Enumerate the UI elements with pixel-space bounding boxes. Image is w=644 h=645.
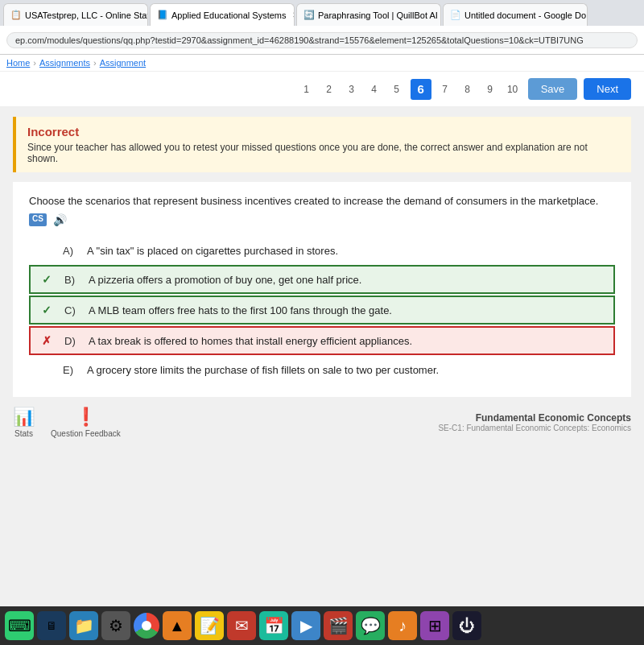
page-10[interactable]: 10 <box>504 81 522 98</box>
page-8[interactable]: 8 <box>459 81 477 98</box>
answer-row-d[interactable]: ✗ D) A tax break is offered to homes tha… <box>29 326 615 355</box>
taskbar-calendar[interactable]: 📅 <box>259 611 288 640</box>
answer-text-d: A tax break is offered to homes that ins… <box>89 335 605 347</box>
taskbar-apps[interactable]: ⊞ <box>420 611 449 640</box>
tab-label: Paraphrasing Tool | QuillBot AI <box>318 10 438 20</box>
answer-text-c: A MLB team offers free hats to the first… <box>89 304 605 316</box>
answer-text-b: A pizzeria offers a promotion of buy one… <box>89 274 605 286</box>
answer-letter-a: A) <box>63 245 77 257</box>
footer-right: Fundamental Economic Concepts SE-C1: Fun… <box>438 412 631 432</box>
breadcrumb-assignment[interactable]: Assignment <box>100 58 146 68</box>
tab-icon: 🔄 <box>303 10 315 20</box>
taskbar-chat[interactable]: 💬 <box>356 611 385 640</box>
taskbar: ⌨ 🖥 📁 ⚙ ▲ 📝 ✉ 📅 ▶ 🎬 💬 ♪ ⊞ ⏻ <box>0 606 644 645</box>
page-4[interactable]: 4 <box>365 81 383 98</box>
taskbar-finder[interactable]: 🖥 <box>37 611 66 640</box>
sound-icon[interactable]: 🔊 <box>53 213 67 226</box>
address-bar: ep.com/modules/questions/qq.php?testid=2… <box>0 26 644 55</box>
footer-left: 📊 Stats ❗ Question Feedback <box>13 407 121 438</box>
question-icons: CS 🔊 <box>29 213 615 226</box>
tab-icon: 📘 <box>157 10 168 20</box>
tab-icon: 📄 <box>450 10 461 20</box>
page-3[interactable]: 3 <box>343 81 361 98</box>
save-button[interactable]: Save <box>528 78 578 100</box>
answer-letter-c: C) <box>64 304 79 316</box>
answer-row-e[interactable]: E) A grocery store limits the purchase o… <box>29 357 615 382</box>
stats-label: Stats <box>14 429 33 438</box>
taskbar-drive[interactable]: ▲ <box>163 611 192 640</box>
feedback-banner: Incorrect Since your teacher has allowed… <box>13 117 631 172</box>
taskbar-music[interactable]: ♪ <box>388 611 417 640</box>
browser-tabs: 📋 USATestprep, LLC - Online Stat ✕ 📘 App… <box>0 0 644 26</box>
url-input[interactable]: ep.com/modules/questions/qq.php?testid=2… <box>6 32 638 48</box>
feedback-status: Incorrect <box>27 125 620 139</box>
answer-letter-d: D) <box>64 335 79 347</box>
tab-close[interactable]: ✕ <box>292 10 295 19</box>
answer-marker-b: ✓ <box>39 273 55 286</box>
feedback-message: Since your teacher has allowed you to re… <box>27 142 620 164</box>
breadcrumb: Home › Assignments › Assignment <box>0 55 644 72</box>
footer-sub: SE-C1: Fundamental Economic Concepts: Ec… <box>438 424 631 432</box>
page-1[interactable]: 1 <box>298 81 316 98</box>
tab-google-docs[interactable]: 📄 Untitled document - Google Do ✕ <box>443 3 588 26</box>
next-button[interactable]: Next <box>584 78 631 100</box>
tab-label: Applied Educational Systems <box>171 10 286 20</box>
tab-applied-ed[interactable]: 📘 Applied Educational Systems ✕ <box>150 3 295 26</box>
tab-quillbot[interactable]: 🔄 Paraphrasing Tool | QuillBot AI ✕ <box>296 3 441 26</box>
taskbar-keyboard[interactable]: ⌨ <box>5 611 34 640</box>
question-body: Choose the scenarios that represent busi… <box>13 182 631 397</box>
taskbar-settings[interactable]: ⚙ <box>101 611 130 640</box>
footer-tools: 📊 Stats ❗ Question Feedback Fundamental … <box>13 407 631 438</box>
page-6[interactable]: 6 <box>411 79 431 100</box>
feedback-label: Question Feedback <box>51 429 121 438</box>
answer-letter-b: B) <box>64 274 79 286</box>
pagination: 1 2 3 4 5 6 7 8 9 10 <box>298 79 522 100</box>
tab-icon: 📋 <box>10 10 22 20</box>
tab-usatestprep[interactable]: 📋 USATestprep, LLC - Online Stat ✕ <box>3 3 148 26</box>
question-header: 1 2 3 4 5 6 7 8 9 10 Save Next <box>0 72 644 107</box>
answer-letter-e: E) <box>63 364 77 376</box>
answer-row-c[interactable]: ✓ C) A MLB team offers free hats to the … <box>29 296 615 325</box>
page-7[interactable]: 7 <box>436 81 454 98</box>
stats-tool[interactable]: 📊 Stats <box>13 407 35 438</box>
breadcrumb-home[interactable]: Home <box>6 58 30 68</box>
answer-marker-e <box>37 363 53 376</box>
question-prompt: Choose the scenarios that represent busi… <box>29 195 615 207</box>
answer-text-e: A grocery store limits the purchase of f… <box>87 364 607 376</box>
taskbar-chrome[interactable] <box>134 613 159 639</box>
page-9[interactable]: 9 <box>481 81 499 98</box>
feedback-icon: ❗ <box>75 407 97 428</box>
cs-icon[interactable]: CS <box>29 213 47 226</box>
taskbar-power[interactable]: ⏻ <box>452 611 481 640</box>
page-5[interactable]: 5 <box>388 81 406 98</box>
answer-text-a: A "sin tax" is placed on cigarettes purc… <box>87 245 607 257</box>
tab-label: USATestprep, LLC - Online Stat <box>25 10 148 20</box>
answer-marker-d: ✗ <box>39 334 55 347</box>
taskbar-forward[interactable]: ▶ <box>291 611 320 640</box>
answer-row-b[interactable]: ✓ B) A pizzeria offers a promotion of bu… <box>29 265 615 294</box>
tab-label: Untitled document - Google Do <box>464 10 586 20</box>
answer-list: A) A "sin tax" is placed on cigarettes p… <box>29 238 615 384</box>
stats-icon: 📊 <box>13 407 35 428</box>
feedback-tool[interactable]: ❗ Question Feedback <box>51 407 121 438</box>
page-2[interactable]: 2 <box>320 81 338 98</box>
answer-marker-c: ✓ <box>39 304 55 316</box>
answer-row-a[interactable]: A) A "sin tax" is placed on cigarettes p… <box>29 238 615 263</box>
taskbar-docs[interactable]: 📝 <box>195 611 224 640</box>
taskbar-video[interactable]: 🎬 <box>324 611 353 640</box>
footer-strand: Fundamental Economic Concepts <box>438 412 631 424</box>
answer-marker-a <box>37 244 53 257</box>
taskbar-mail[interactable]: ✉ <box>227 611 256 640</box>
breadcrumb-assignments[interactable]: Assignments <box>39 58 90 68</box>
taskbar-files[interactable]: 📁 <box>69 611 98 640</box>
